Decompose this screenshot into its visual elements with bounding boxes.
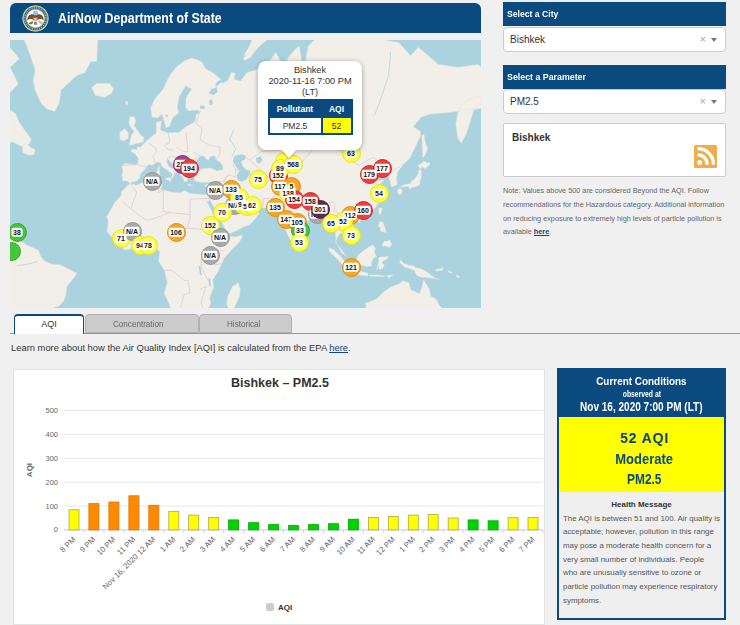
svg-text:400: 400 (45, 430, 58, 439)
svg-text:AQI: AQI (278, 603, 292, 612)
svg-text:6 AM: 6 AM (258, 535, 277, 554)
svg-text:3 AM: 3 AM (198, 535, 217, 554)
svg-text:AQI: AQI (25, 463, 34, 477)
svg-text:7 AM: 7 AM (278, 535, 297, 554)
svg-text:2 AM: 2 AM (178, 535, 197, 554)
svg-text:7 PM: 7 PM (517, 535, 536, 554)
svg-text:Bishkek – PM2.5: Bishkek – PM2.5 (231, 376, 329, 390)
svg-text:11 AM: 11 AM (355, 535, 377, 557)
svg-text:4 AM: 4 AM (218, 535, 237, 554)
svg-text:5 PM: 5 PM (477, 535, 496, 554)
svg-text:8 AM: 8 AM (298, 535, 317, 554)
svg-text:2 PM: 2 PM (417, 535, 436, 554)
svg-text:6 PM: 6 PM (497, 535, 516, 554)
svg-text:3 PM: 3 PM (437, 535, 456, 554)
svg-text:5 AM: 5 AM (238, 535, 257, 554)
svg-text:1 AM: 1 AM (158, 535, 177, 554)
svg-text:300: 300 (45, 454, 58, 463)
svg-text:10 AM: 10 AM (335, 535, 357, 557)
svg-text:100: 100 (45, 502, 58, 511)
svg-text:200: 200 (45, 478, 58, 487)
svg-text:500: 500 (45, 406, 58, 415)
svg-text:4 PM: 4 PM (457, 535, 476, 554)
svg-text:8 PM: 8 PM (58, 535, 77, 554)
svg-text:0: 0 (54, 525, 58, 534)
svg-text:12 PM: 12 PM (374, 535, 396, 557)
svg-text:10 PM: 10 PM (95, 535, 117, 557)
svg-text:1 PM: 1 PM (397, 535, 416, 554)
